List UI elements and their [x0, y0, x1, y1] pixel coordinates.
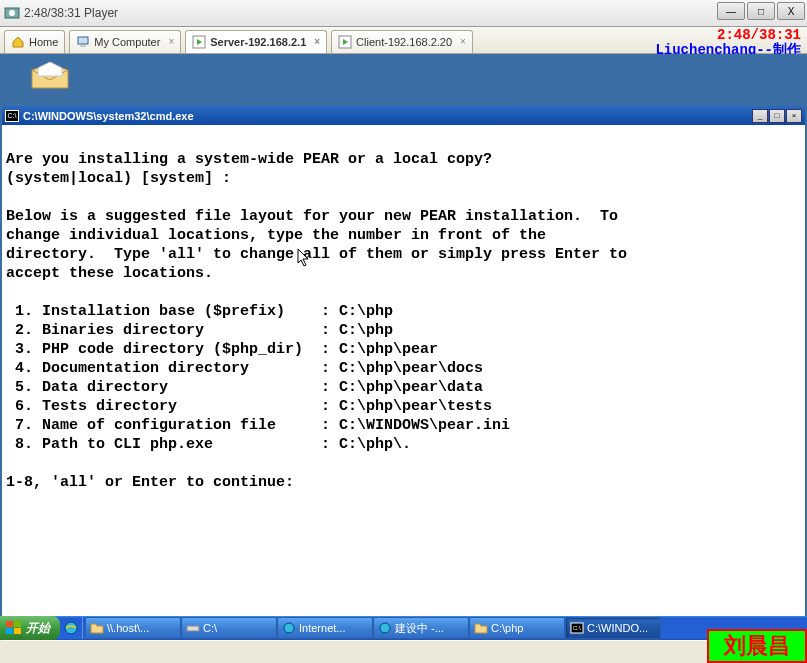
player-maximize-button[interactable]: □	[747, 2, 775, 20]
tab-label: My Computer	[94, 36, 160, 48]
svg-rect-8	[6, 621, 13, 627]
mail-desktop-icon[interactable]	[30, 62, 70, 92]
svg-point-14	[284, 623, 294, 633]
ie-icon	[282, 621, 296, 635]
drive-icon	[186, 621, 200, 635]
taskbar-button-cmd[interactable]: C:\ C:\WINDO...	[565, 617, 661, 639]
cmd-icon: C:\	[5, 110, 19, 122]
svg-point-15	[380, 623, 390, 633]
task-label: \\.host\...	[107, 622, 149, 634]
svg-rect-2	[78, 37, 88, 44]
start-label: 开始	[26, 620, 50, 637]
cmd-icon: C:\	[570, 621, 584, 635]
ie-icon	[378, 621, 392, 635]
taskbar-button-cdrive[interactable]: C:\	[181, 617, 277, 639]
guest-desktop[interactable]: C:\ C:\WINDOWS\system32\cmd.exe _ □ × Ar…	[0, 54, 807, 640]
svg-text:C:\: C:\	[573, 625, 581, 631]
tab-close-icon[interactable]: ×	[460, 36, 466, 47]
vm-power-icon	[338, 35, 352, 49]
task-label: 建设中 -...	[395, 621, 444, 636]
windows-taskbar: 开始 \\.host\... C:\ Internet... 建设中 -...	[0, 616, 807, 640]
start-button[interactable]: 开始	[0, 616, 60, 640]
task-label: C:\	[203, 622, 217, 634]
home-icon	[11, 35, 25, 49]
cmd-minimize-button[interactable]: _	[752, 109, 768, 123]
player-title: 2:48/38:31 Player	[24, 6, 118, 20]
tab-home[interactable]: Home	[4, 30, 65, 53]
tab-my-computer[interactable]: My Computer ×	[69, 30, 181, 53]
cmd-window: C:\ C:\WINDOWS\system32\cmd.exe _ □ × Ar…	[2, 106, 805, 641]
tab-server[interactable]: Server-192.168.2.1 ×	[185, 30, 327, 53]
folder-icon	[90, 621, 104, 635]
tab-label: Home	[29, 36, 58, 48]
cmd-maximize-button[interactable]: □	[769, 109, 785, 123]
task-label: Internet...	[299, 622, 345, 634]
taskbar-button-host[interactable]: \\.host\...	[85, 617, 181, 639]
taskbar-button-internet[interactable]: Internet...	[277, 617, 373, 639]
quick-launch-bar	[60, 617, 83, 639]
task-label: C:\WINDO...	[587, 622, 648, 634]
player-titlebar: 2:48/38:31 Player — □ X	[0, 0, 807, 27]
svg-rect-11	[14, 628, 21, 634]
player-close-button[interactable]: X	[777, 2, 805, 20]
svg-rect-9	[14, 621, 21, 627]
windows-flag-icon	[6, 621, 22, 635]
cmd-terminal-output[interactable]: Are you installing a system-wide PEAR or…	[2, 125, 805, 641]
tab-close-icon[interactable]: ×	[168, 36, 174, 47]
svg-point-1	[9, 10, 15, 16]
tab-close-icon[interactable]: ×	[314, 36, 320, 47]
tab-label: Server-192.168.2.1	[210, 36, 306, 48]
quick-launch-ie-icon[interactable]	[62, 618, 80, 638]
vm-power-icon	[192, 35, 206, 49]
taskbar-button-cphp[interactable]: C:\php	[469, 617, 565, 639]
player-app-icon	[4, 5, 20, 21]
computer-icon	[76, 35, 90, 49]
vm-tab-strip: Home My Computer × Server-192.168.2.1 × …	[0, 27, 807, 54]
author-watermark: 刘晨昌	[707, 629, 807, 663]
cmd-title: C:\WINDOWS\system32\cmd.exe	[23, 110, 752, 122]
svg-rect-10	[6, 628, 13, 634]
task-label: C:\php	[491, 622, 523, 634]
cmd-titlebar[interactable]: C:\ C:\WINDOWS\system32\cmd.exe _ □ ×	[2, 106, 805, 125]
tab-label: Client-192.168.2.20	[356, 36, 452, 48]
svg-rect-13	[187, 626, 199, 631]
svg-rect-3	[80, 45, 86, 47]
folder-icon	[474, 621, 488, 635]
tab-client[interactable]: Client-192.168.2.20 ×	[331, 30, 473, 53]
taskbar-button-building[interactable]: 建设中 -...	[373, 617, 469, 639]
taskbar-buttons: \\.host\... C:\ Internet... 建设中 -... C:\…	[83, 617, 807, 639]
player-minimize-button[interactable]: —	[717, 2, 745, 20]
cmd-close-button[interactable]: ×	[786, 109, 802, 123]
player-window-controls: — □ X	[717, 2, 805, 20]
